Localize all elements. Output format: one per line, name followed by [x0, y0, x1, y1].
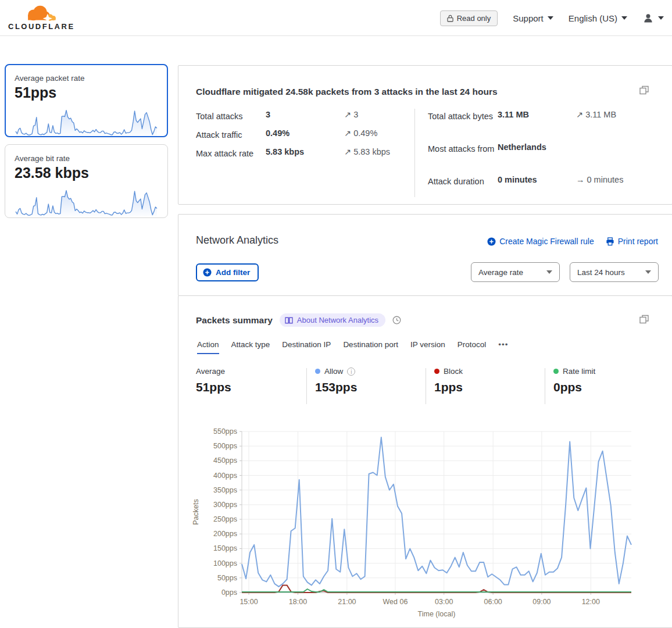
divider [545, 368, 545, 404]
account-menu[interactable] [642, 12, 664, 24]
attack-summary-card: Cloudflare mitigated 24.58k packets from… [178, 65, 672, 205]
svg-text:Packets: Packets [192, 499, 200, 524]
plus-circle-icon [487, 237, 496, 246]
divider [414, 109, 415, 197]
stat-label: Most attacks from [428, 142, 498, 156]
stat-block: Block 1pps [434, 367, 463, 394]
app-header: CLOUDFLARE Read only Support English (US… [0, 0, 672, 36]
svg-text:200pps: 200pps [213, 530, 237, 538]
create-rule-label: Create Magic Firewall rule [499, 237, 594, 246]
stat-value: 51pps [196, 380, 231, 394]
stat-label: Average [196, 367, 225, 376]
stat-value: 153pps [315, 380, 357, 394]
tab-ip-version[interactable]: IP version [410, 340, 445, 354]
print-report-link[interactable]: Print report [606, 237, 658, 246]
svg-text:21:00: 21:00 [338, 598, 356, 606]
tab-action[interactable]: Action [197, 340, 219, 354]
about-badge-label: About Network Analytics [297, 316, 378, 324]
metric-select-value: Average rate [478, 268, 523, 277]
block-dot-icon [434, 369, 439, 374]
stat-value: 5.83 kbps [266, 147, 344, 161]
stat-label: Attack duration [428, 175, 498, 189]
about-network-analytics-badge[interactable]: About Network Analytics [280, 313, 385, 327]
packets-summary-card: Packets summary About Network Analytics … [178, 295, 672, 628]
chevron-down-icon [621, 16, 627, 20]
tab-protocol[interactable]: Protocol [457, 340, 487, 354]
svg-text:15:00: 15:00 [240, 598, 258, 606]
cloudflare-logo[interactable]: CLOUDFLARE [8, 3, 72, 31]
cloudflare-dashboard: CLOUDFLARE Read only Support English (US… [0, 0, 672, 628]
add-filter-button[interactable]: Add filter [196, 263, 259, 281]
stat-trend: ↗ 5.83 kbps [344, 147, 390, 161]
divider [306, 368, 307, 404]
plus-circle-icon [203, 268, 212, 277]
metric-value: 23.58 kbps [15, 165, 158, 181]
chevron-down-icon [645, 270, 651, 274]
stat-allow: Allow i 153pps [315, 367, 357, 394]
stat-trend: ↗ 3.11 MB [576, 110, 616, 124]
time-range-select[interactable]: Last 24 hours [570, 262, 659, 282]
print-report-label: Print report [618, 237, 658, 246]
divider [426, 368, 426, 404]
metric-card-packet-rate[interactable]: Average packet rate 51pps [5, 64, 168, 137]
lock-icon [447, 15, 453, 22]
copy-icon[interactable] [639, 85, 649, 97]
stat-row: Most attacks from Netherlands [428, 142, 576, 156]
tab-destination-port[interactable]: Destination port [343, 340, 398, 354]
dimension-tabs: Action Attack type Destination IP Destin… [197, 340, 508, 354]
svg-text:100pps: 100pps [213, 559, 237, 568]
svg-text:350pps: 350pps [213, 486, 237, 494]
support-label: Support [513, 13, 544, 23]
book-icon [285, 317, 293, 324]
svg-text:Time (local): Time (local) [418, 610, 456, 618]
history-clock-icon[interactable] [392, 316, 401, 324]
stat-value: 0.49% [266, 129, 344, 142]
stat-rate-limit: Rate limit 0pps [553, 367, 595, 394]
tab-destination-ip[interactable]: Destination IP [282, 340, 331, 354]
create-magic-firewall-rule-link[interactable]: Create Magic Firewall rule [487, 237, 594, 246]
stat-label: Block [444, 367, 463, 376]
language-label: English (US) [569, 13, 617, 23]
metric-value: 51pps [15, 84, 158, 101]
packet-rate-sparkline [15, 105, 158, 137]
svg-text:400pps: 400pps [213, 472, 237, 480]
bit-rate-sparkline [15, 185, 158, 217]
svg-text:550pps: 550pps [213, 427, 237, 436]
svg-text:300pps: 300pps [213, 501, 237, 509]
svg-text:500pps: 500pps [213, 442, 237, 450]
metric-select[interactable]: Average rate [471, 262, 560, 282]
chevron-down-icon [658, 16, 664, 20]
line-chart-canvas: 0pps50pps100pps150pps200pps250pps300pps3… [190, 423, 661, 626]
user-icon [642, 12, 654, 24]
stat-row: Total attack bytes 3.11 MB ↗ 3.11 MB [428, 110, 616, 124]
info-icon[interactable]: i [347, 367, 355, 376]
svg-text:Wed 06: Wed 06 [383, 598, 408, 606]
stat-trend: ↗ 3 [344, 110, 358, 124]
svg-text:18:00: 18:00 [289, 598, 307, 606]
copy-icon[interactable] [639, 315, 649, 326]
stat-row: Attack duration 0 minutes → 0 minutes [428, 175, 623, 189]
stat-value: 3.11 MB [498, 110, 576, 124]
svg-text:250pps: 250pps [213, 515, 237, 523]
metric-label: Average bit rate [15, 154, 158, 163]
tab-attack-type[interactable]: Attack type [231, 340, 270, 354]
printer-icon [606, 237, 614, 246]
stat-value: 3 [266, 110, 344, 124]
support-menu[interactable]: Support [513, 13, 553, 23]
language-menu[interactable]: English (US) [569, 13, 627, 23]
allow-dot-icon [315, 369, 320, 374]
metric-card-bit-rate[interactable]: Average bit rate 23.58 kbps [5, 144, 168, 218]
svg-text:50pps: 50pps [217, 574, 237, 582]
cloudflare-cloud-icon [23, 3, 57, 23]
svg-text:03:00: 03:00 [435, 598, 453, 606]
stat-label: Attack traffic [196, 129, 266, 142]
svg-text:09:00: 09:00 [532, 598, 551, 606]
read-only-label: Read only [457, 14, 491, 23]
more-tabs-button[interactable]: ••• [498, 340, 508, 354]
stat-trend: → 0 minutes [576, 175, 623, 189]
chevron-down-icon [548, 16, 553, 20]
stat-row: Max attack rate 5.83 kbps ↗ 5.83 kbps [196, 147, 390, 161]
stat-trend: ↗ 0.49% [344, 129, 377, 142]
summary-title: Cloudflare mitigated 24.58k packets from… [196, 87, 498, 97]
svg-text:06:00: 06:00 [484, 598, 502, 606]
